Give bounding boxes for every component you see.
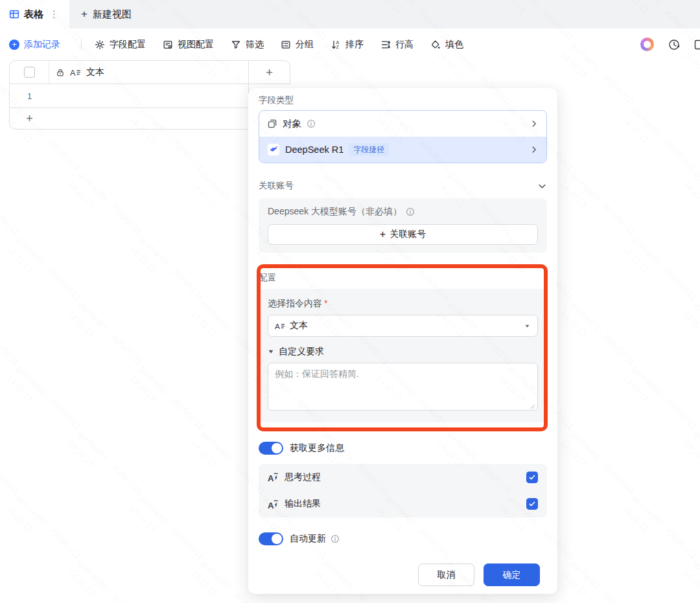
custom-requirement-label: 自定义要求: [279, 346, 324, 358]
chevron-right-icon: [530, 119, 539, 128]
add-record-button[interactable]: + 添加记录: [9, 39, 60, 51]
info-icon: [331, 534, 340, 543]
link-account-button[interactable]: + 关联账号: [268, 224, 538, 245]
auto-update-label: 自动更新: [290, 533, 326, 545]
chevron-down-icon: [537, 181, 547, 191]
ai-field-icon: A: [268, 499, 279, 510]
chevron-right-icon: [530, 145, 539, 154]
filter-label: 筛选: [246, 39, 264, 51]
field-config-label: 字段配置: [110, 39, 146, 51]
view-config-label: 视图配置: [178, 39, 214, 51]
ai-field-icon: A: [268, 472, 279, 483]
toolbar-divider: [81, 39, 82, 50]
group-button[interactable]: 分组: [281, 39, 314, 51]
more-info-row: 获取更多信息: [259, 442, 547, 455]
view-config-button[interactable]: 视图配置: [163, 39, 214, 51]
info-icon: [307, 119, 316, 128]
tab-new-view[interactable]: + 新建视图: [69, 0, 143, 28]
plus-icon: +: [380, 229, 386, 240]
select-caret-icon: [524, 323, 531, 330]
shortcut-badge: 字段捷径: [349, 143, 389, 155]
config-label: 配置: [259, 272, 547, 284]
auto-update-toggle[interactable]: [259, 532, 283, 545]
toolbar-right-icons: [640, 28, 700, 60]
output-result-label: 输出结果: [285, 498, 321, 510]
row-height-button[interactable]: 行高: [380, 39, 414, 51]
tab-new-view-label: 新建视图: [93, 8, 132, 21]
required-asterisk: *: [324, 298, 327, 308]
add-column-button[interactable]: +: [248, 60, 290, 84]
toolbar: + 添加记录 字段配置 视图配置 筛选: [0, 28, 700, 60]
info-icon: [406, 207, 415, 216]
config-section: 配置 选择指令内容* A 文本: [259, 272, 547, 422]
output-result-row: A 输出结果: [268, 491, 538, 518]
thinking-process-row: A 思考过程: [268, 464, 538, 491]
field-config-button[interactable]: 字段配置: [95, 39, 146, 51]
object-icon: [267, 119, 277, 129]
triangle-down-icon: [268, 348, 274, 355]
fill-color-icon: [430, 40, 441, 50]
tab-more-icon[interactable]: ⋮: [49, 8, 59, 20]
field-config-dialog: 字段类型 对象: [248, 88, 557, 594]
auto-update-row: 自动更新: [259, 532, 547, 545]
row-height-label: 行高: [395, 39, 414, 51]
filter-button[interactable]: 筛选: [231, 39, 264, 51]
add-record-plus-icon: +: [9, 40, 19, 50]
view-tab-bar: 表格 ⋮ + 新建视图: [0, 0, 700, 28]
sort-label: 排序: [345, 39, 364, 51]
instruction-select-value: 文本: [290, 320, 308, 332]
field-type-label: 字段类型: [259, 95, 547, 106]
select-all-cell[interactable]: [9, 60, 49, 84]
option-object[interactable]: 对象: [259, 111, 546, 137]
custom-requirement-toggle[interactable]: 自定义要求: [268, 346, 538, 358]
deepseek-icon: [267, 143, 280, 156]
results-panel: A 思考过程 A 输出结果: [259, 464, 547, 518]
resize-handle-icon[interactable]: [529, 403, 535, 409]
text-field-icon: A: [70, 67, 81, 77]
table-row[interactable]: 1: [9, 84, 249, 108]
group-icon: [281, 40, 291, 50]
svg-text:A: A: [70, 69, 76, 78]
text-field-icon: A: [275, 321, 285, 330]
plus-icon: +: [81, 8, 88, 21]
history-icon[interactable]: [668, 38, 681, 51]
svg-text:A: A: [275, 322, 280, 330]
row-number: 1: [10, 91, 49, 101]
row-height-icon: [380, 40, 391, 50]
instruction-select[interactable]: A 文本: [268, 315, 538, 337]
option-object-label: 对象: [283, 118, 301, 130]
output-result-checkbox[interactable]: [526, 498, 538, 510]
linked-account-label: 关联账号: [259, 180, 294, 192]
cancel-button[interactable]: 取消: [418, 563, 474, 586]
group-label: 分组: [296, 39, 314, 51]
link-account-label: 关联账号: [390, 229, 426, 240]
tab-table[interactable]: 表格 ⋮: [0, 0, 69, 28]
config-panel: 选择指令内容* A 文本 自定义要求: [259, 289, 547, 422]
panel-partial-icon[interactable]: [694, 39, 700, 51]
column-title: 文本: [86, 67, 104, 78]
sort-button[interactable]: A Z 排序: [331, 39, 364, 51]
requirement-textarea[interactable]: [268, 363, 538, 411]
option-deepseek[interactable]: DeepSeek R1 字段捷径: [259, 137, 546, 163]
ai-assistant-icon[interactable]: [640, 38, 654, 51]
add-record-label: 添加记录: [24, 39, 60, 51]
fill-color-label: 填色: [445, 39, 463, 51]
add-row-button[interactable]: +: [9, 108, 249, 130]
more-info-toggle[interactable]: [259, 442, 283, 455]
funnel-icon: [231, 40, 241, 50]
select-all-checkbox[interactable]: [24, 67, 35, 78]
view-config-icon: [163, 40, 173, 50]
account-panel: Deepseek 大模型账号（非必填） + 关联账号: [259, 198, 547, 253]
thinking-process-checkbox[interactable]: [526, 472, 538, 483]
add-row-plus-icon: +: [10, 112, 49, 126]
fill-color-button[interactable]: 填色: [430, 39, 463, 51]
tab-table-label: 表格: [24, 8, 43, 21]
gear-icon: [95, 40, 105, 50]
more-info-label: 获取更多信息: [290, 442, 344, 454]
confirm-button[interactable]: 确定: [484, 563, 540, 586]
column-header-text[interactable]: A 文本: [49, 60, 248, 84]
field-type-box: 对象 DeepSeek R1 字段捷径: [259, 110, 547, 163]
add-column-plus-icon: +: [266, 65, 273, 80]
select-instruction-label: 选择指令内容: [268, 298, 322, 308]
linked-account-header[interactable]: 关联账号: [259, 180, 547, 192]
